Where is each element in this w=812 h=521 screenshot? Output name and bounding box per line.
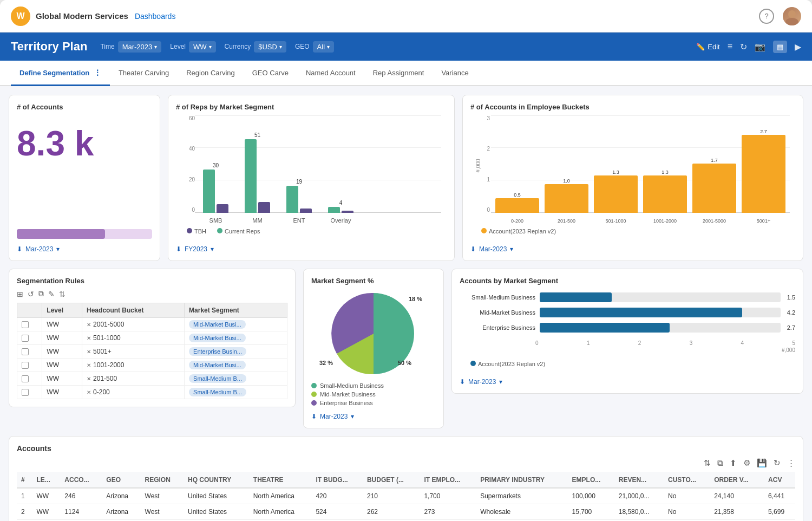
currency-filter[interactable]: $USD ▾ (254, 41, 286, 53)
table-copy-icon[interactable]: ⧉ (717, 458, 723, 468)
svg-point-1 (785, 18, 798, 25)
level-filter[interactable]: WW ▾ (189, 41, 216, 53)
h-bar-chart: Small-Medium Business 1.5 Mid-Market Bus… (460, 289, 795, 356)
reps-chart-title: # of Reps by Market Segment (176, 103, 447, 111)
accounts-section-title: Accounts (17, 444, 795, 453)
seg-undo-icon[interactable]: ↺ (28, 290, 34, 298)
pie-legend: Small-Medium Business Mid-Market Busines… (311, 382, 436, 406)
filter-icon[interactable]: ≡ (728, 42, 732, 51)
market-segment-card: Market Segment % (303, 269, 444, 428)
help-icon[interactable]: ? (759, 9, 774, 24)
seg-add-icon[interactable]: ⊞ (17, 290, 23, 298)
accounts-date-filter[interactable]: ⬇ Mar-2023 ▾ (17, 245, 152, 253)
camera-icon[interactable]: 📷 (755, 42, 765, 52)
tab-rep-assignment[interactable]: Rep Assignment (364, 61, 433, 86)
accounts-market-card: Accounts by Market Segment Small-Medium … (451, 269, 803, 394)
tabs-bar: Define Segmentation ⋮ Theater Carving Re… (0, 61, 812, 86)
filter-currency: Currency $USD ▾ (225, 41, 286, 53)
table-row: WW ✕501-1000 Mid-Market Busi... (17, 331, 287, 345)
filter-geo: GEO All ▾ (295, 41, 334, 53)
tab-variance[interactable]: Variance (433, 61, 477, 86)
accounts-market-legend: Account(2023 Replan v2) (460, 356, 795, 372)
row-checkbox[interactable] (22, 362, 29, 369)
accounts-market-title: Accounts by Market Segment (460, 277, 795, 285)
tab-region-carving[interactable]: Region Carving (178, 61, 244, 86)
user-avatar[interactable] (783, 7, 801, 25)
row-checkbox[interactable] (22, 375, 29, 382)
workday-logo: W (11, 6, 30, 26)
accounts-card-title: # of Accounts (17, 103, 152, 111)
pie-chart: 18 % 32 % 50 % (311, 290, 436, 377)
table-row: 1 WW 246 Arizona West United States Nort… (17, 488, 795, 504)
seg-rules-title: Segmentation Rules (17, 277, 287, 285)
app-name: Global Modern Services (36, 11, 128, 21)
edit-button[interactable]: ✏️ Edit (696, 43, 719, 51)
refresh-icon[interactable]: ↻ (740, 42, 747, 52)
tab-define-segmentation[interactable]: Define Segmentation ⋮ (11, 61, 110, 86)
buckets-chart-card: # of Accounts in Employee Buckets #,000 … (462, 95, 803, 261)
time-filter[interactable]: Mar-2023 ▾ (118, 41, 162, 53)
buckets-legend: Account(2023 Replan v2) (470, 224, 795, 239)
segmentation-rules-card: Segmentation Rules ⊞ ↺ ⧉ ✎ ⇅ Level Headc… (9, 269, 296, 407)
row-checkbox[interactable] (22, 321, 29, 328)
buckets-date-filter[interactable]: ⬇ Mar-2023 ▾ (470, 245, 795, 253)
seg-rules-table: Level Headcount Bucket Market Segment WW… (17, 303, 287, 399)
reps-date-filter[interactable]: ⬇ FY2023 ▾ (176, 245, 447, 253)
accounts-data-table: # LE... ACCO... GEO REGION HQ COUNTRY TH… (17, 472, 795, 521)
buckets-chart-title: # of Accounts in Employee Buckets (470, 103, 795, 111)
row-checkbox[interactable] (22, 389, 29, 396)
table-row: WW ✕1001-2000 Mid-Market Busi... (17, 359, 287, 372)
table-settings-icon[interactable]: ⚙ (743, 458, 750, 468)
table-save-icon[interactable]: 💾 (757, 458, 767, 468)
market-seg-date-filter[interactable]: ⬇ Mar-2023 ▾ (311, 413, 436, 420)
table-row: 2 WW 1124 Arizona West United States Nor… (17, 504, 795, 520)
seg-rules-toolbar: ⊞ ↺ ⧉ ✎ ⇅ (17, 289, 287, 298)
logo-area: W Global Modern Services (11, 6, 128, 26)
table-row: WW ✕5001+ Enterprise Busin... (17, 345, 287, 359)
accounts-progress-bar (17, 229, 152, 239)
tab-theater-carving[interactable]: Theater Carving (110, 61, 178, 86)
dashboards-link[interactable]: Dashboards (135, 12, 176, 21)
market-segment-title: Market Segment % (311, 277, 436, 285)
filter-level: Level WW ▾ (170, 41, 215, 53)
seg-filter-icon[interactable]: ⇅ (59, 290, 66, 298)
table-row: WW ✕0-200 Small-Medium B... (17, 386, 287, 399)
tab-named-account[interactable]: Named Account (297, 61, 364, 86)
accounts-market-date-filter[interactable]: ⬇ Mar-2023 ▾ (460, 378, 795, 386)
tab-geo-carve[interactable]: GEO Carve (244, 61, 297, 86)
seg-copy-icon[interactable]: ⧉ (38, 289, 44, 298)
table-row: WW ✕2001-5000 Mid-Market Busi... (17, 318, 287, 331)
page-title: Territory Plan (11, 40, 87, 54)
grid-view-icon[interactable]: ▦ (773, 41, 787, 53)
filter-time: Time Mar-2023 ▾ (100, 41, 161, 53)
table-filter-icon[interactable]: ⇅ (704, 458, 711, 468)
table-more-icon[interactable]: ⋮ (787, 458, 795, 468)
video-icon[interactable]: ▶ (795, 42, 801, 52)
reps-chart-card: # of Reps by Market Segment 60 40 20 0 (168, 95, 455, 261)
table-row: WW ✕201-500 Small-Medium B... (17, 372, 287, 386)
row-checkbox[interactable] (22, 335, 29, 342)
reps-chart-legend: TBH Current Reps (176, 224, 447, 239)
table-refresh-icon[interactable]: ↻ (774, 458, 781, 468)
geo-filter[interactable]: All ▾ (313, 41, 334, 53)
row-checkbox[interactable] (22, 348, 29, 355)
svg-point-0 (788, 10, 796, 18)
accounts-big-number: 8.3 k (17, 126, 152, 161)
accounts-table-toolbar: ⇅ ⧉ ⬆ ⚙ 💾 ↻ ⋮ (17, 458, 795, 468)
table-export-icon[interactable]: ⬆ (730, 458, 737, 468)
seg-edit-icon[interactable]: ✎ (48, 290, 55, 298)
accounts-card: # of Accounts 8.3 k ⬇ Mar-2023 ▾ (9, 95, 160, 261)
accounts-section: Accounts ⇅ ⧉ ⬆ ⚙ 💾 ↻ ⋮ # LE... ACCO... G… (9, 436, 803, 521)
